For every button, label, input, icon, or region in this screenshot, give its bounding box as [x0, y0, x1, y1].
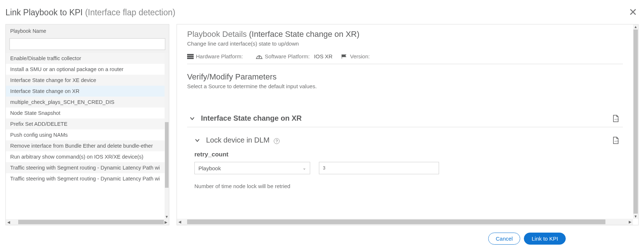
svg-rect-3 [259, 55, 260, 58]
chevron-down-icon[interactable] [194, 137, 200, 143]
list-item[interactable]: Remove interface from Bundle Ether and d… [6, 140, 165, 151]
accordion-title-1: Interface State change on XR [201, 114, 606, 122]
dialog-title: Link Playbook to KPI (Interface flap det… [5, 8, 175, 17]
version-icon [341, 54, 348, 59]
svg-rect-1 [187, 56, 194, 57]
software-platform-icon [256, 54, 262, 59]
retry-count-label: retry_count [194, 151, 623, 158]
svg-text:</>: </> [615, 140, 619, 143]
left-vertical-scrollbar[interactable]: ▼ [165, 53, 169, 219]
playbook-search-input[interactable] [9, 38, 165, 50]
chevron-down-icon: ⌄ [303, 166, 306, 171]
list-item[interactable]: Interface State change on XR [6, 86, 165, 97]
accordion-lock-device[interactable]: Lock device in DLM ? </> [187, 132, 623, 146]
list-item[interactable]: Enable/Disable traffic collector [6, 53, 165, 64]
software-platform-value: IOS XR [314, 53, 333, 59]
retry-count-help: Number of time node lock will be retried [194, 183, 623, 189]
svg-rect-2 [187, 58, 194, 59]
accordion-title-2: Lock device in DLM ? [206, 136, 606, 144]
version-label: Version: [350, 53, 370, 59]
source-select-value: Playbook [198, 165, 221, 171]
accordion-interface-state[interactable]: Interface State change on XR </> [187, 110, 623, 127]
dialog-title-context: (Interface flap detection) [85, 8, 175, 17]
svg-rect-4 [256, 58, 262, 59]
details-description: Change line card interface(s) state to u… [187, 40, 623, 47]
chevron-down-icon[interactable] [189, 116, 195, 121]
dialog-title-prefix: Link Playbook to KPI [5, 8, 83, 17]
link-to-kpi-button[interactable]: Link to KPI [524, 233, 566, 245]
list-item[interactable]: Interface State change for XE device [6, 75, 165, 86]
details-playbook-name: (Interface State change on XR) [249, 30, 359, 39]
right-horizontal-scrollbar[interactable]: ◀ ▶ [177, 219, 633, 225]
verify-modify-title: Verify/Modify Parameters [187, 72, 623, 82]
platform-row: Hardware Platform: Software Platform: IO… [187, 53, 623, 64]
retry-count-input[interactable] [319, 162, 439, 174]
list-item[interactable]: Node State Snapshot [6, 108, 165, 118]
cancel-button[interactable]: Cancel [488, 233, 521, 245]
svg-text:</>: </> [615, 118, 619, 121]
hardware-platform-label: Hardware Platform: [196, 53, 243, 59]
svg-rect-0 [187, 54, 194, 55]
details-title-label: Playbook Details [187, 30, 247, 39]
playbook-details-panel: Playbook Details (Interface State change… [177, 24, 639, 225]
software-platform-label: Software Platform: [265, 53, 309, 59]
left-horizontal-scrollbar[interactable]: ◀ ▶ [6, 219, 169, 225]
playbook-name-header: Playbook Name [6, 24, 169, 36]
details-title: Playbook Details (Interface State change… [187, 30, 623, 39]
list-item[interactable]: Traffic steering with Segment routing - … [6, 162, 165, 173]
document-code-icon[interactable]: </> [612, 137, 619, 144]
close-icon[interactable]: ✕ [627, 6, 639, 19]
playbook-list: Enable/Disable traffic collectorInstall … [6, 53, 169, 219]
list-item[interactable]: Install a SMU or an optional package on … [6, 64, 165, 75]
source-select[interactable]: Playbook ⌄ [194, 162, 310, 174]
document-code-icon[interactable]: </> [612, 115, 619, 122]
list-item[interactable]: multiple_check_plays_SCH_EN_CRED_DIS [6, 97, 165, 108]
list-item[interactable]: Traffic steering with Segment routing - … [6, 173, 165, 184]
list-item[interactable]: Prefix Set ADD/DELETE [6, 118, 165, 129]
hardware-platform-icon [187, 54, 194, 59]
right-vertical-scrollbar[interactable]: ▲ ▼ [633, 24, 638, 219]
playbook-list-panel: Playbook Name Enable/Disable traffic col… [5, 24, 169, 225]
list-item[interactable]: Push config using NAMs [6, 129, 165, 140]
list-item[interactable]: Run arbitrary show command(s) on IOS XR/… [6, 151, 165, 162]
verify-modify-subtitle: Select a Source to determine the default… [187, 83, 623, 89]
help-icon[interactable]: ? [274, 138, 280, 144]
